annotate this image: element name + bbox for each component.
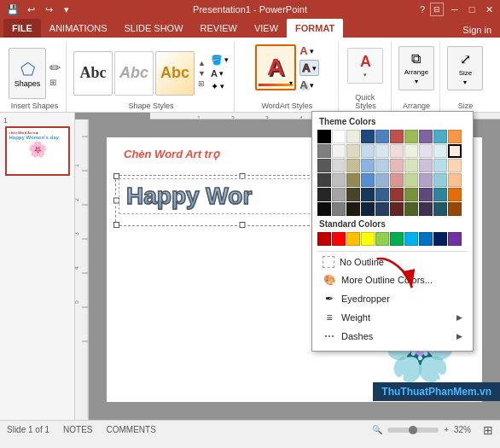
theme-color-cell[interactable] — [346, 144, 360, 158]
style-up-button[interactable]: ▲ — [198, 59, 206, 67]
theme-color-cell[interactable] — [419, 202, 433, 216]
theme-color-cell[interactable] — [361, 144, 375, 158]
theme-color-cell[interactable] — [332, 159, 346, 172]
text-outline-button[interactable]: A ▾ — [299, 60, 318, 76]
theme-color-cell[interactable] — [433, 202, 447, 216]
theme-color-cell[interactable] — [332, 130, 346, 143]
shapes-button[interactable]: ⬠ Shapes — [9, 48, 46, 99]
merge-shapes-button[interactable]: ⊞ — [49, 78, 61, 87]
theme-color-cell[interactable] — [361, 130, 375, 143]
theme-color-cell[interactable] — [448, 159, 462, 172]
standard-color-cell[interactable] — [390, 232, 404, 246]
theme-color-cell[interactable] — [375, 202, 389, 216]
theme-color-cell[interactable] — [404, 130, 418, 143]
shape-style-1[interactable]: Abc — [73, 51, 113, 96]
fit-slide-button[interactable]: ⊞ — [483, 423, 493, 437]
theme-color-cell[interactable] — [332, 144, 346, 158]
theme-color-cell[interactable] — [419, 159, 433, 172]
theme-color-cell[interactable] — [448, 144, 462, 158]
theme-color-cell[interactable] — [419, 144, 433, 158]
standard-color-cell[interactable] — [346, 232, 360, 246]
theme-color-cell[interactable] — [419, 173, 433, 187]
text-fill-button[interactable]: A ▾ — [299, 44, 318, 57]
standard-color-cell[interactable] — [317, 232, 331, 246]
shape-style-2[interactable]: Abc — [114, 51, 154, 96]
help-button[interactable]: ? — [420, 4, 425, 15]
theme-color-cell[interactable] — [390, 159, 404, 172]
theme-color-cell[interactable] — [390, 130, 404, 143]
zoom-in-icon[interactable]: + — [444, 425, 449, 434]
theme-color-cell[interactable] — [404, 202, 418, 216]
wordart-A-button[interactable]: A ▾ — [255, 44, 296, 90]
theme-color-cell[interactable] — [375, 173, 389, 187]
tab-format[interactable]: FORMAT — [287, 19, 343, 38]
zoom-out-icon[interactable]: 🔍 — [372, 425, 382, 434]
theme-color-cell[interactable] — [419, 130, 433, 143]
theme-color-cell[interactable] — [390, 144, 404, 158]
zoom-slider[interactable] — [387, 428, 439, 433]
theme-color-cell[interactable] — [404, 159, 418, 172]
tab-slideshow[interactable]: SLIDE SHOW — [115, 19, 191, 38]
shape-fill-button[interactable]: 🪣 ▾ — [211, 55, 229, 66]
standard-color-cell[interactable] — [404, 232, 418, 246]
theme-color-cell[interactable] — [346, 159, 360, 172]
tab-view[interactable]: VIEW — [246, 19, 287, 38]
theme-color-cell[interactable] — [317, 159, 331, 172]
theme-color-cell[interactable] — [332, 202, 346, 216]
theme-color-cell[interactable] — [404, 144, 418, 158]
standard-color-cell[interactable] — [361, 232, 375, 246]
handle-bm[interactable] — [240, 222, 246, 228]
redo-button[interactable]: ↪ — [41, 2, 56, 17]
theme-color-cell[interactable] — [404, 188, 418, 201]
theme-color-cell[interactable] — [448, 188, 462, 201]
minimize-button[interactable]: ─ — [449, 3, 461, 15]
theme-color-cell[interactable] — [317, 173, 331, 187]
customize-qat-button[interactable]: ▾ — [59, 2, 74, 17]
standard-color-cell[interactable] — [332, 232, 346, 246]
tab-review[interactable]: REVIEW — [192, 19, 246, 38]
theme-color-cell[interactable] — [346, 188, 360, 201]
style-more-button[interactable]: ⊞ — [198, 79, 206, 88]
theme-color-cell[interactable] — [361, 173, 375, 187]
theme-color-cell[interactable] — [361, 202, 375, 216]
standard-color-cell[interactable] — [433, 232, 447, 246]
text-effects-button[interactable]: A ▾ — [299, 79, 318, 91]
theme-color-cell[interactable] — [448, 202, 462, 216]
theme-color-cell[interactable] — [390, 188, 404, 201]
save-button[interactable]: 💾 — [5, 2, 20, 17]
theme-color-cell[interactable] — [346, 202, 360, 216]
theme-color-cell[interactable] — [433, 159, 447, 172]
edit-shape-button[interactable]: ✏ — [49, 60, 61, 76]
theme-color-cell[interactable] — [404, 173, 418, 187]
theme-color-cell[interactable] — [448, 173, 462, 187]
ribbon-toggle[interactable]: ⊟ — [430, 3, 444, 16]
signin-button[interactable]: Sign in — [454, 22, 500, 38]
dashes-item[interactable]: ⋯ Dashes ▶ — [317, 327, 468, 346]
theme-color-cell[interactable] — [346, 173, 360, 187]
weight-item[interactable]: ≡ Weight ▶ — [317, 308, 468, 327]
theme-color-cell[interactable] — [433, 144, 447, 158]
standard-color-cell[interactable] — [448, 232, 462, 246]
theme-color-cell[interactable] — [375, 144, 389, 158]
theme-color-cell[interactable] — [361, 188, 375, 201]
theme-color-cell[interactable] — [433, 130, 447, 143]
standard-color-cell[interactable] — [419, 232, 433, 246]
quick-styles-button[interactable]: A ▾ — [347, 48, 383, 84]
theme-color-cell[interactable] — [317, 144, 331, 158]
theme-color-cell[interactable] — [361, 159, 375, 172]
theme-color-cell[interactable] — [346, 130, 360, 143]
theme-color-cell[interactable] — [433, 188, 447, 201]
theme-color-cell[interactable] — [332, 188, 346, 201]
shape-effects-button[interactable]: ✦ ▾ — [211, 81, 229, 92]
theme-color-cell[interactable] — [448, 130, 462, 143]
undo-button[interactable]: ↩ — [23, 2, 38, 17]
theme-color-cell[interactable] — [390, 202, 404, 216]
shape-outline-button[interactable]: A ▾ — [211, 68, 229, 79]
close-button[interactable]: ✕ — [483, 3, 495, 15]
arrange-button[interactable]: ⧉ Arrange ▾ — [398, 46, 434, 90]
theme-color-cell[interactable] — [375, 188, 389, 201]
slide-thumbnail[interactable]: chèn Word Art trọ Happy Women's day 🌸 — [5, 126, 70, 176]
style-down-button[interactable]: ▼ — [198, 69, 206, 78]
size-button[interactable]: ⤢ Size ▾ — [447, 46, 483, 90]
theme-color-cell[interactable] — [419, 188, 433, 201]
